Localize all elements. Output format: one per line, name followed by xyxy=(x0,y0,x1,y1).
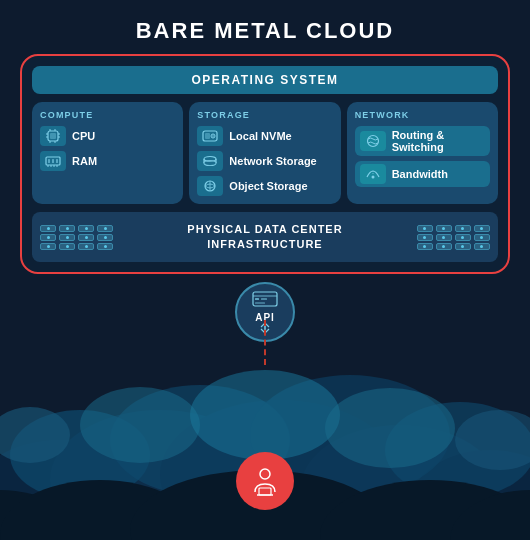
ram-item: RAM xyxy=(40,151,175,171)
svg-point-57 xyxy=(260,469,270,479)
pdc-servers-right xyxy=(417,225,490,250)
object-storage-item: Object Storage xyxy=(197,176,332,196)
server-unit-1 xyxy=(40,225,56,250)
bandwidth-icon xyxy=(360,164,386,184)
network-storage-icon xyxy=(197,151,223,171)
nvme-icon xyxy=(197,126,223,146)
svg-rect-11 xyxy=(48,159,50,163)
pdc-bar: PHYSICAL DATA CENTERINFRASTRUCTURE xyxy=(32,212,498,262)
os-bar: OPERATING SYSTEM xyxy=(32,66,498,94)
svg-rect-58 xyxy=(259,488,271,495)
svg-point-47 xyxy=(80,387,200,463)
svg-rect-36 xyxy=(255,302,265,304)
bare-metal-card: OPERATING SYSTEM COMPUTE xyxy=(20,54,510,274)
routing-item: Routing & Switching xyxy=(355,126,490,156)
svg-rect-34 xyxy=(255,298,259,300)
page-title: BARE METAL CLOUD xyxy=(20,18,510,44)
svg-point-21 xyxy=(213,135,215,137)
api-dashed-line xyxy=(264,320,266,365)
svg-point-29 xyxy=(367,136,378,147)
cpu-item: CPU xyxy=(40,126,175,146)
user-circle xyxy=(236,452,294,510)
server-unit-6 xyxy=(436,225,452,250)
network-card: NETWORK Routing & Switching xyxy=(347,102,498,204)
svg-rect-35 xyxy=(261,298,267,300)
nvme-item: Local NVMe xyxy=(197,126,332,146)
network-title: NETWORK xyxy=(355,110,490,120)
ram-label: RAM xyxy=(72,155,97,167)
server-unit-2 xyxy=(59,225,75,250)
object-storage-icon xyxy=(197,176,223,196)
bandwidth-item: Bandwidth xyxy=(355,161,490,187)
cpu-icon xyxy=(40,126,66,146)
storage-card: STORAGE Local NVMe xyxy=(189,102,340,204)
storage-title: STORAGE xyxy=(197,110,332,120)
server-unit-4 xyxy=(97,225,113,250)
api-section: API xyxy=(20,282,510,342)
routing-icon xyxy=(360,131,386,151)
network-storage-label: Network Storage xyxy=(229,155,316,167)
object-storage-label: Object Storage xyxy=(229,180,307,192)
svg-rect-13 xyxy=(56,159,58,163)
bandwidth-label: Bandwidth xyxy=(392,168,448,180)
pdc-label: PHYSICAL DATA CENTERINFRASTRUCTURE xyxy=(187,222,342,253)
pdc-servers-left xyxy=(40,225,113,250)
svg-rect-19 xyxy=(205,133,210,139)
routing-label: Routing & Switching xyxy=(392,129,485,153)
nvme-label: Local NVMe xyxy=(229,130,291,142)
server-unit-3 xyxy=(78,225,94,250)
svg-rect-12 xyxy=(52,159,54,163)
network-storage-item: Network Storage xyxy=(197,151,332,171)
ram-icon xyxy=(40,151,66,171)
three-col-section: COMPUTE xyxy=(32,102,498,204)
svg-point-48 xyxy=(190,370,340,460)
user-section xyxy=(236,452,294,510)
server-unit-8 xyxy=(474,225,490,250)
cpu-label: CPU xyxy=(72,130,95,142)
server-unit-5 xyxy=(417,225,433,250)
svg-point-30 xyxy=(371,176,374,179)
compute-title: COMPUTE xyxy=(40,110,175,120)
server-unit-7 xyxy=(455,225,471,250)
compute-card: COMPUTE xyxy=(32,102,183,204)
svg-point-26 xyxy=(204,161,216,166)
svg-point-49 xyxy=(325,388,455,468)
svg-rect-1 xyxy=(50,133,56,139)
